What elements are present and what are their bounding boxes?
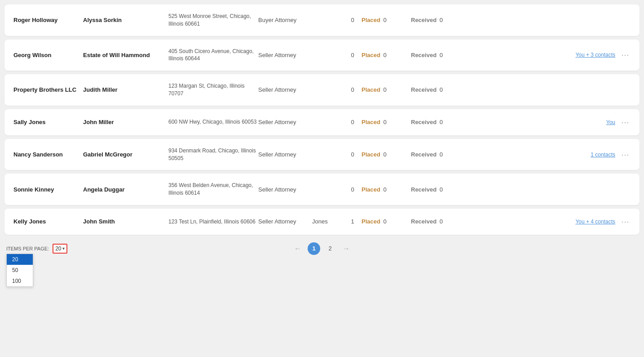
contacts-link[interactable]: 1 contacts: [591, 152, 615, 158]
row-count: 0: [344, 86, 362, 93]
row-placed: Placed 0: [362, 86, 411, 93]
items-select-value: 20: [55, 245, 61, 252]
next-page-button[interactable]: →: [340, 242, 353, 255]
row-client-name: Roger Holloway: [13, 17, 83, 23]
received-count: 0: [440, 52, 443, 58]
row-tag: Jones: [312, 218, 344, 225]
received-count: 0: [440, 86, 443, 93]
contacts-link[interactable]: You + 3 contacts: [575, 52, 615, 58]
row-client-name: Property Brothers LLC: [13, 86, 83, 93]
table-row: Property Brothers LLC Judith Miller 123 …: [4, 74, 640, 106]
prev-page-button[interactable]: ←: [291, 242, 304, 255]
received-count: 0: [440, 186, 443, 193]
placed-count: 0: [384, 52, 387, 58]
placed-count: 0: [384, 17, 387, 23]
row-role: Seller Attorney: [258, 86, 312, 93]
row-contacts-link[interactable]: You + 3 contacts: [465, 52, 620, 58]
received-count: 0: [440, 17, 443, 23]
received-label: Received: [411, 17, 437, 23]
row-client-name: Sally Jones: [13, 119, 83, 125]
main-container: Roger Holloway Alyssa Sorkin 525 West Mo…: [4, 4, 640, 259]
items-per-page-container: ITEMS PER PAGE: 20 ▾ 20 50 100: [6, 244, 67, 254]
dropdown-option-100[interactable]: 100: [7, 276, 33, 286]
row-menu-button[interactable]: ⋯: [620, 50, 631, 60]
placed-count: 0: [384, 151, 387, 158]
row-contact-name: Alyssa Sorkin: [83, 17, 168, 23]
row-received: Received 0: [411, 52, 465, 58]
row-client-name: Georg Wilson: [13, 52, 83, 58]
dropdown-option-50[interactable]: 50: [7, 265, 33, 276]
placed-label: Placed: [362, 17, 380, 23]
page-2-button[interactable]: 2: [324, 242, 336, 255]
placed-count: 0: [384, 218, 387, 225]
row-role: Seller Attorney: [258, 119, 312, 125]
row-received: Received 0: [411, 17, 465, 23]
table-row: Sally Jones John Miller 600 NW Hwy, Chic…: [4, 109, 640, 135]
table-row: Roger Holloway Alyssa Sorkin 525 West Mo…: [4, 4, 640, 36]
received-count: 0: [440, 151, 443, 158]
table-row: Nancy Sanderson Gabriel McGregor 934 Den…: [4, 139, 640, 170]
items-per-page-label: ITEMS PER PAGE:: [6, 246, 49, 251]
row-role: Seller Attorney: [258, 186, 312, 193]
row-placed: Placed 0: [362, 52, 411, 58]
row-contact-name: Judith Miller: [83, 86, 168, 93]
row-placed: Placed 0: [362, 218, 411, 225]
row-role: Seller Attorney: [258, 151, 312, 158]
row-contacts-link[interactable]: You: [465, 119, 620, 125]
pagination: ← 1 2 →: [291, 242, 353, 255]
row-received: Received 0: [411, 218, 465, 225]
row-count: 0: [344, 151, 362, 158]
row-contact-name: Gabriel McGregor: [83, 151, 168, 158]
placed-label: Placed: [362, 218, 380, 225]
received-label: Received: [411, 86, 437, 93]
dropdown-option-20[interactable]: 20: [7, 254, 33, 265]
row-address: 356 West Belden Avenue, Chicago, Illinoi…: [168, 182, 258, 197]
row-contact-name: John Smith: [83, 218, 168, 225]
row-placed: Placed 0: [362, 186, 411, 193]
received-label: Received: [411, 218, 437, 225]
rows-container: Roger Holloway Alyssa Sorkin 525 West Mo…: [4, 4, 640, 235]
placed-label: Placed: [362, 119, 380, 125]
row-address: 600 NW Hwy, Chicago, Illinois 60053: [168, 118, 258, 126]
row-placed: Placed 0: [362, 151, 411, 158]
placed-label: Placed: [362, 86, 380, 93]
row-contact-name: Angela Duggar: [83, 186, 168, 193]
received-count: 0: [440, 119, 443, 125]
row-menu-button[interactable]: ⋯: [620, 217, 631, 227]
row-placed: Placed 0: [362, 119, 411, 125]
row-address: 934 Denmark Road, Chicago, Illinois 5050…: [168, 147, 258, 162]
row-received: Received 0: [411, 186, 465, 193]
row-contacts-link[interactable]: 1 contacts: [465, 152, 620, 158]
placed-count: 0: [384, 186, 387, 193]
placed-label: Placed: [362, 52, 380, 58]
row-role: Seller Attorney: [258, 52, 312, 58]
contacts-link[interactable]: You: [606, 119, 615, 125]
placed-label: Placed: [362, 151, 380, 158]
row-contacts-link[interactable]: You + 4 contacts: [465, 219, 620, 225]
row-received: Received 0: [411, 151, 465, 158]
row-count: 0: [344, 52, 362, 58]
items-per-page: ITEMS PER PAGE: 20 ▾: [6, 244, 67, 254]
row-count: 0: [344, 17, 362, 23]
row-menu-button[interactable]: ⋯: [620, 150, 631, 160]
received-label: Received: [411, 186, 437, 193]
items-per-page-select[interactable]: 20 ▾: [53, 244, 67, 254]
table-row: Georg Wilson Estate of Will Hammond 405 …: [4, 40, 640, 71]
row-menu-button[interactable]: ⋯: [620, 117, 631, 127]
placed-label: Placed: [362, 186, 380, 193]
page-1-button[interactable]: 1: [308, 242, 320, 255]
row-client-name: Nancy Sanderson: [13, 151, 83, 158]
row-address: 405 South Cicero Avenue, Chicago, Illino…: [168, 48, 258, 63]
received-label: Received: [411, 151, 437, 158]
contacts-link[interactable]: You + 4 contacts: [575, 219, 615, 225]
row-contact-name: John Miller: [83, 119, 168, 125]
row-contact-name: Estate of Will Hammond: [83, 52, 168, 58]
table-row: Sonnie Kinney Angela Duggar 356 West Bel…: [4, 174, 640, 205]
placed-count: 0: [384, 119, 387, 125]
items-per-page-dropdown[interactable]: 20 50 100: [6, 254, 33, 287]
row-address: 123 Margan St, Chicago, Illinois 70707: [168, 82, 258, 98]
row-received: Received 0: [411, 86, 465, 93]
row-received: Received 0: [411, 119, 465, 125]
footer: ITEMS PER PAGE: 20 ▾ 20 50 100 ← 1 2 →: [4, 238, 640, 259]
placed-count: 0: [384, 86, 387, 93]
